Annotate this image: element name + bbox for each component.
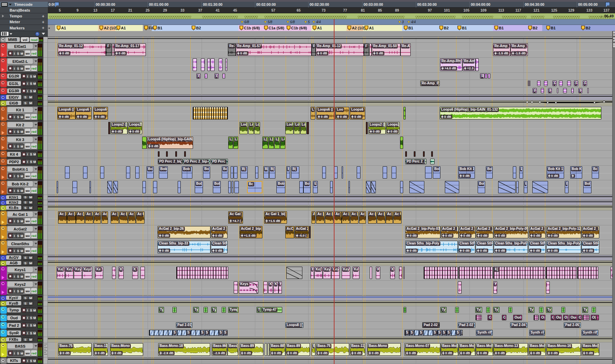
track-m-button[interactable]: M <box>28 296 33 299</box>
clip[interactable] <box>330 181 333 193</box>
clip[interactable] <box>529 81 530 86</box>
track-lane-kit-3[interactable] <box>48 136 612 151</box>
clip[interactable]: L| <box>262 137 268 149</box>
track-column-view-icon[interactable] <box>1 32 9 36</box>
track-color-tab[interactable] <box>0 307 7 314</box>
clip[interactable] <box>404 267 405 279</box>
track-s-button[interactable]: S <box>16 66 20 71</box>
clip-gain[interactable]: 0 dB <box>372 51 384 55</box>
clip[interactable]: Bob <box>433 166 440 179</box>
track-waveform-view-button[interactable]: wv <box>25 129 30 134</box>
clip[interactable]: Re-Amp_01-500 dB <box>372 43 400 56</box>
clip[interactable]: O| <box>563 315 569 320</box>
clip[interactable] <box>113 181 118 193</box>
clip[interactable] <box>485 73 487 79</box>
clip[interactable]: Clean 5th|0 dB <box>582 241 599 253</box>
clip[interactable]: Ty| <box>159 307 164 313</box>
clip[interactable] <box>513 166 516 179</box>
marker-flag[interactable]: C1b (6/8) <box>286 25 307 30</box>
track-collapse-button[interactable] <box>1 38 5 42</box>
track-i-button[interactable]: I <box>13 114 16 119</box>
clip[interactable]: Clean 5th|0 dB <box>458 241 475 253</box>
clip[interactable]: Loops6 (HipHop)_bip-GAIN_01-1320 dB <box>440 107 601 120</box>
clip[interactable]: Key| <box>331 267 340 279</box>
clip[interactable]: Bass-Mono-18-2.9 dB <box>158 343 210 356</box>
clip[interactable] <box>544 81 548 86</box>
track-m-button[interactable]: M <box>33 359 36 363</box>
clip-gain[interactable]: 0 dB <box>529 351 541 355</box>
clip[interactable]: Bass-Mono-070 dB <box>405 343 440 356</box>
clip-gain[interactable]: 0 dB <box>59 351 71 355</box>
clip[interactable]: B| <box>241 166 248 179</box>
clip[interactable] <box>263 281 268 294</box>
track-lane-pdp2[interactable] <box>48 158 612 166</box>
clip[interactable]: Bob | <box>182 166 192 179</box>
clip[interactable] <box>370 267 372 279</box>
clip[interactable] <box>204 307 208 313</box>
clip-gain[interactable]: 0 dB <box>368 351 380 355</box>
track-i-button[interactable]: I <box>13 51 16 56</box>
clip-gain[interactable]: 0 dB <box>547 249 559 253</box>
clip[interactable]: Bass-Mo|0 dB <box>476 343 493 356</box>
clip[interactable]: Ty| <box>211 307 217 313</box>
clip[interactable]: Bass-Mo|-2.9 dB <box>212 343 227 356</box>
clip[interactable] <box>445 181 459 193</box>
track-automation-read-button[interactable]: red <box>31 143 37 149</box>
track-s-button[interactable]: S <box>23 201 28 204</box>
clip-gain[interactable]: 0 dB <box>351 115 363 119</box>
track-s-button[interactable]: S <box>16 219 20 223</box>
clip[interactable] <box>563 88 567 93</box>
ruler-row-markers[interactable]: Markers+ <box>0 25 48 31</box>
track-s-button[interactable]: S <box>16 289 20 293</box>
clip[interactable]: Clean 5th|0 dB <box>476 241 493 253</box>
clip-gain[interactable]: 0 dB <box>547 234 559 238</box>
track-header-tymp[interactable]: TympISM <box>0 306 43 314</box>
track-m-button[interactable]: M <box>28 302 33 305</box>
markers-ruler[interactable]: A1A2 (1/2)A1FillsB1B2C1b (6/8)C1a (5/8)C… <box>48 25 615 31</box>
marker-flag[interactable]: A1 <box>56 25 66 30</box>
record-enable-button[interactable] <box>22 331 26 335</box>
clip[interactable]: Loops20 dB <box>128 122 142 134</box>
track-lane-keys2[interactable] <box>48 281 612 295</box>
track-s-button[interactable]: S <box>16 51 20 56</box>
track-color-tab[interactable] <box>0 314 7 321</box>
clip[interactable]: A| <box>312 211 315 224</box>
track-s-button[interactable]: S <box>16 144 20 149</box>
track-s-button[interactable]: S <box>16 351 20 355</box>
clip[interactable]: Bc <box>222 166 228 179</box>
track-lane-kits[interactable] <box>48 358 612 364</box>
clip[interactable] <box>193 107 228 120</box>
clip[interactable]: Clean 5ths_bip-Poly0 dB <box>405 241 458 253</box>
track-m-button[interactable]: M <box>33 89 36 93</box>
clip[interactable]: Bc <box>247 181 262 193</box>
track-header-keys1[interactable]: Keys1ISMwvred <box>0 266 43 281</box>
clip[interactable] <box>399 267 402 279</box>
track-collapse-button[interactable] <box>1 206 5 210</box>
clip[interactable] <box>72 181 77 193</box>
clip[interactable]: K <box>132 267 138 279</box>
clip[interactable] <box>459 267 493 279</box>
clip-gain[interactable]: 0 dB <box>369 129 381 134</box>
clip[interactable]: Loops6 (|0 dB <box>57 107 76 120</box>
clip[interactable]: F <box>574 81 578 86</box>
clip[interactable] <box>546 267 577 279</box>
marker-flag[interactable]: A1 <box>116 25 126 30</box>
clip[interactable]: Synth rif| <box>529 330 545 336</box>
clip-gain[interactable]: +1.5 dB <box>240 234 257 238</box>
track-s-button[interactable]: S <box>29 316 33 320</box>
clip[interactable]: Ke' <box>353 267 359 279</box>
track-s-button[interactable]: S <box>29 81 33 86</box>
clip[interactable]: Pad 2-02 <box>422 322 440 328</box>
timecode-ruler[interactable]: 0:0000:00:30:0000:01:00:0000:01:30:0000:… <box>48 2 615 8</box>
track-lane-mmb[interactable] <box>48 37 612 43</box>
record-enable-button[interactable] <box>8 129 13 134</box>
record-enable-button[interactable] <box>22 89 26 93</box>
clip[interactable]: Pad 2-01 <box>176 322 192 328</box>
clip[interactable] <box>166 151 168 157</box>
track-lane-acgv[interactable] <box>48 255 612 261</box>
clip-gain[interactable]: 0 dB <box>94 351 106 355</box>
track-color-tab[interactable] <box>0 58 7 72</box>
track-collapse-button[interactable] <box>1 201 5 205</box>
ruler-add-button[interactable]: + <box>42 19 44 25</box>
clip[interactable] <box>357 166 360 179</box>
